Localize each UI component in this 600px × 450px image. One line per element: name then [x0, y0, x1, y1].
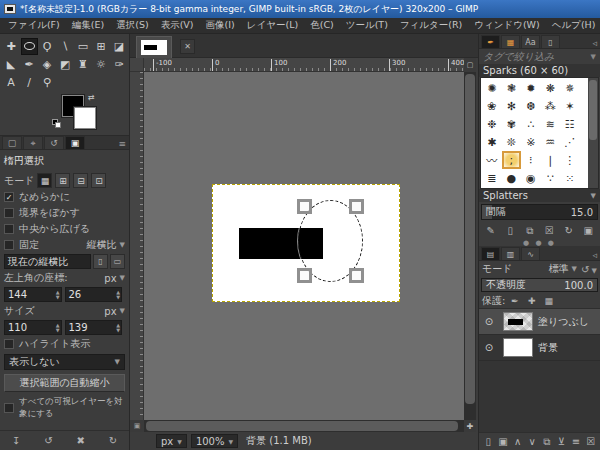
brush-thumbnail-17[interactable]: ※: [521, 133, 541, 151]
image-thumb-tab[interactable]: ▣: [65, 136, 85, 149]
brush-thumbnail-3[interactable]: ❋: [541, 79, 561, 97]
merge-layer-button[interactable]: ≡: [569, 434, 584, 450]
brush-thumbnail-25[interactable]: ≣: [482, 169, 502, 187]
selection-handle-top-left[interactable]: [297, 199, 312, 214]
image-canvas[interactable]: [212, 184, 400, 302]
fixed-option-dropdown[interactable]: 縦横比 ▼: [87, 238, 125, 252]
ellipse-selection[interactable]: [298, 200, 363, 282]
brush-thumbnail-1[interactable]: ❃: [502, 79, 522, 97]
brushes-tab[interactable]: ✒: [481, 35, 500, 48]
menu-item-7[interactable]: ツール(T): [340, 18, 394, 33]
unit-dropdown[interactable]: px ▼: [156, 434, 187, 448]
brush-thumbnail-7[interactable]: ❆: [521, 97, 541, 115]
zoom-image-when-resized-icon[interactable]: ▢: [464, 58, 476, 72]
open-brush-as-image-button[interactable]: ▣: [579, 223, 597, 239]
brush-thumbnail-10[interactable]: ❉: [482, 115, 502, 133]
shear-tool[interactable]: ◪: [111, 38, 128, 55]
position-unit-dropdown[interactable]: px ▼: [104, 273, 125, 284]
brush-thumbnail-4[interactable]: ✵: [560, 79, 580, 97]
lower-layer-button[interactable]: ∨: [525, 434, 540, 450]
default-colors-icon[interactable]: [52, 119, 62, 129]
fixed-checkbox[interactable]: [4, 240, 14, 250]
antialiasing-checkbox[interactable]: ✓: [4, 192, 14, 202]
zoom-dropdown[interactable]: 100% ▼: [191, 434, 238, 448]
feather-edges-checkbox[interactable]: [4, 208, 14, 218]
duplicate-brush-button[interactable]: ⧉: [521, 223, 539, 239]
brush-thumbnail-19[interactable]: ⋰: [560, 133, 580, 151]
background-color-swatch[interactable]: [74, 107, 96, 129]
delete-brush-button[interactable]: ☒: [540, 223, 558, 239]
brush-thumbnail-20[interactable]: 〰: [482, 151, 502, 169]
layer-visibility-eye-icon[interactable]: ⊙: [481, 342, 497, 353]
new-layer-button[interactable]: ▯: [481, 434, 496, 450]
brush-thumbnail-6[interactable]: ✻: [502, 97, 522, 115]
horizontal-scrollbar[interactable]: [144, 420, 464, 432]
tool-options-tab[interactable]: ▢: [2, 136, 22, 149]
layers-tab[interactable]: ▤: [481, 247, 500, 260]
brush-scrollbar[interactable]: [588, 78, 598, 188]
brush-thumbnail-8[interactable]: ⁂: [541, 97, 561, 115]
brush-group-row[interactable]: Splatters ▼: [479, 189, 600, 202]
brush-thumbnail-2[interactable]: ✹: [521, 79, 541, 97]
anchor-layer-button[interactable]: ⊻: [554, 434, 569, 450]
gradient-tool[interactable]: ◩: [57, 56, 74, 73]
size-height-spinner[interactable]: 139 ▲▼: [65, 320, 123, 335]
menu-item-8[interactable]: フィルター(R): [394, 18, 468, 33]
menu-item-2[interactable]: 選択(S): [110, 18, 154, 33]
dock-menu-icon[interactable]: ◃: [592, 38, 597, 48]
channels-tab[interactable]: ▥: [501, 247, 520, 260]
navigation-icon[interactable]: ✚: [464, 420, 476, 432]
canvas-viewport[interactable]: [144, 72, 464, 420]
menu-item-3[interactable]: 表示(V): [155, 18, 200, 33]
brush-thumbnail-0[interactable]: ✺: [482, 79, 502, 97]
brush-thumbnail-15[interactable]: ✱: [482, 133, 502, 151]
lock-alpha-button[interactable]: ▦: [541, 294, 556, 307]
mode-add-button[interactable]: ⊞: [55, 173, 70, 188]
mode-subtract-button[interactable]: ⊟: [73, 173, 88, 188]
device-status-tab[interactable]: ⌖: [23, 136, 43, 149]
ellipse-select-tool[interactable]: [21, 38, 38, 55]
delete-layer-button[interactable]: ☒: [583, 434, 598, 450]
lock-position-button[interactable]: ✚: [524, 294, 539, 307]
size-width-spinner[interactable]: 110 ▲▼: [4, 320, 62, 335]
menu-item-10[interactable]: ヘルプ(H): [546, 18, 600, 33]
save-tool-preset-button[interactable]: ↧: [7, 433, 25, 449]
reset-tool-options-button[interactable]: ↻: [104, 433, 122, 449]
vertical-scrollbar[interactable]: [464, 72, 476, 420]
brush-spacing-slider[interactable]: 間隔 15.0: [481, 204, 598, 220]
measure-tool[interactable]: ∕: [21, 74, 38, 91]
brush-thumbnail-21[interactable]: ;: [502, 151, 522, 169]
brush-thumbnail-26[interactable]: ●: [502, 169, 522, 187]
dodge-burn-tool[interactable]: ☼: [93, 56, 110, 73]
brush-thumbnail-22[interactable]: ⁝: [521, 151, 541, 169]
position-x-spinner[interactable]: 144 ▲▼: [4, 287, 62, 302]
paintbrush-tool[interactable]: ✒: [21, 56, 38, 73]
dock-drag-handle[interactable]: ● ● ●: [479, 239, 600, 246]
spinner-arrows-icon[interactable]: ▲▼: [116, 288, 120, 301]
size-unit-dropdown[interactable]: px ▼: [104, 306, 125, 317]
eraser-tool[interactable]: ◈: [39, 56, 56, 73]
clone-tool[interactable]: ♜: [75, 56, 92, 73]
horizontal-ruler[interactable]: -1000100200300400: [144, 58, 464, 72]
landscape-orientation-button[interactable]: ▭: [110, 254, 125, 269]
fonts-tab[interactable]: Aa: [521, 35, 540, 48]
text-tool[interactable]: A: [3, 74, 20, 91]
menu-item-5[interactable]: レイヤー(L): [241, 18, 304, 33]
bucket-fill-tool[interactable]: ◣: [3, 56, 20, 73]
edit-brush-button[interactable]: ✎: [482, 223, 500, 239]
brush-thumbnail-24[interactable]: ⋮: [560, 151, 580, 169]
undo-history-tab[interactable]: ↺: [44, 136, 64, 149]
move-tool[interactable]: ✚: [3, 38, 20, 55]
dock-menu-icon[interactable]: ◃: [592, 250, 597, 260]
aspect-ratio-input[interactable]: 現在の縦横比: [4, 254, 91, 269]
position-y-spinner[interactable]: 26 ▲▼: [65, 287, 123, 302]
lock-pixels-button[interactable]: ✒: [507, 294, 522, 307]
layer-visibility-eye-icon[interactable]: ⊙: [481, 316, 497, 327]
layer-row[interactable]: ⊙塗りつぶし: [479, 309, 600, 335]
selection-handle-top-right[interactable]: [349, 199, 364, 214]
layer-row[interactable]: ⊙背景: [479, 335, 600, 361]
brush-thumbnail-11[interactable]: ✾: [502, 115, 522, 133]
selection-handle-bottom-left[interactable]: [297, 268, 312, 283]
opacity-slider[interactable]: 不透明度 100.0: [481, 278, 598, 292]
brush-thumbnail-16[interactable]: ❊: [502, 133, 522, 151]
